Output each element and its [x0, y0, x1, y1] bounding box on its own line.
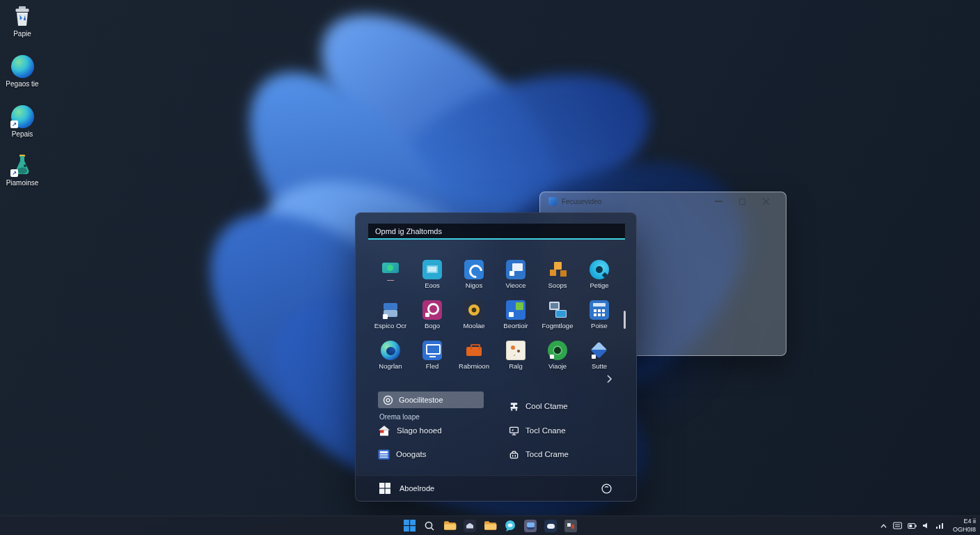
- user-name: Aboelrode: [400, 484, 434, 493]
- app-tile[interactable]: Sutte: [578, 337, 620, 378]
- window-titlebar: Fecuuevideo: [540, 192, 786, 210]
- teal-monitor-icon: [381, 260, 400, 279]
- close-button[interactable]: [754, 193, 777, 210]
- app-tile[interactable]: Fled: [411, 337, 453, 378]
- green-ring-icon: [548, 341, 567, 360]
- system-tray: E4 ii OGH0I8: [880, 516, 976, 535]
- desktop-icon-label: Piamoinse: [6, 179, 39, 187]
- app-tile[interactable]: Moolae: [453, 297, 495, 337]
- game-seat-icon: [509, 401, 519, 412]
- desktop-icon-label: Papie: [13, 30, 31, 38]
- tray-network-button[interactable]: [935, 522, 945, 529]
- edge-swirl-icon: [381, 341, 400, 360]
- window-title: Fecuuevideo: [562, 198, 601, 206]
- blue-table-icon: [378, 449, 390, 460]
- pinned-app-grid: Eoos Nigos Vieoce Soops Petige Espico Oc…: [370, 256, 620, 378]
- dark-app-icon: [464, 520, 476, 532]
- taskbar-search-button[interactable]: [422, 518, 437, 534]
- house-red-icon: [378, 425, 390, 437]
- paper-notes-icon: [506, 341, 525, 360]
- app-tile[interactable]: Viaoje: [537, 337, 578, 378]
- recommended-item[interactable]: Slago hooed: [378, 424, 442, 437]
- app-tile[interactable]: Beortioir: [495, 297, 537, 337]
- desktop-icon-edge-shortcut[interactable]: ↗ Pepais: [0, 104, 45, 138]
- battery-icon: [908, 522, 917, 529]
- clock-date: OGH0I8: [953, 526, 976, 534]
- more-apps-button[interactable]: [603, 373, 615, 385]
- shortcut-arrow-icon: ↗: [10, 169, 18, 177]
- recommended-item[interactable]: Ooogats: [378, 447, 426, 461]
- app-tile[interactable]: Fogmtloge: [537, 297, 578, 337]
- taskbar-chat-button[interactable]: [503, 518, 518, 534]
- desktop-icon-recycle-bin[interactable]: Papie: [0, 4, 45, 38]
- desktop: Papie Pegaos tie ↗ Pepais ↗ Pi: [0, 0, 980, 535]
- recommended-sub-label: Orema loape: [379, 413, 420, 421]
- taskbar-center-icons: [402, 516, 578, 535]
- taskbar-app-dark-button[interactable]: [462, 518, 477, 534]
- cloud-app-icon: [544, 520, 557, 532]
- desktop-icon-label: Pegaos tie: [6, 80, 38, 88]
- recommended-item-selected[interactable]: Goocilitestoe: [378, 391, 484, 408]
- device-stack-icon: [548, 300, 567, 320]
- minimize-button[interactable]: [706, 193, 730, 210]
- signal-bars-icon: [935, 522, 945, 529]
- tray-battery-button[interactable]: [908, 522, 917, 529]
- recommended-item[interactable]: Tocl Cnane: [509, 424, 566, 437]
- clock-time: E4 ii: [953, 518, 976, 525]
- gold-disc-icon: [464, 300, 484, 320]
- folder-icon: [443, 520, 457, 531]
- user-account-button[interactable]: Aboelrode: [379, 483, 434, 494]
- app-tile[interactable]: Espico Ocr: [370, 297, 411, 337]
- app-tile[interactable]: Eoos: [411, 256, 453, 297]
- store-icon: [524, 520, 537, 532]
- app-tile[interactable]: Nigos: [453, 256, 495, 297]
- taskbar-app-gray-button[interactable]: [563, 518, 578, 534]
- taskbar-store-button[interactable]: [523, 518, 538, 534]
- start-button[interactable]: [402, 518, 417, 534]
- maximize-button[interactable]: [730, 193, 754, 210]
- desktop-icon-flask[interactable]: ↗ Piamoinse: [0, 153, 45, 187]
- taskbar-file-explorer-button[interactable]: [442, 518, 457, 534]
- tray-volume-button[interactable]: [922, 522, 930, 529]
- taskbar-app-navy-button[interactable]: [543, 518, 558, 534]
- close-icon: [762, 198, 770, 206]
- taskbar-folder-button[interactable]: [482, 518, 498, 534]
- power-button[interactable]: [601, 483, 612, 495]
- power-icon: [601, 483, 612, 495]
- clock[interactable]: E4 ii OGH0I8: [953, 518, 976, 534]
- tray-chevron-button[interactable]: [880, 523, 887, 529]
- app-tile[interactable]: Nogrlan: [370, 337, 411, 378]
- app-tile[interactable]: Petige: [578, 256, 620, 297]
- recycle-bin-icon: [10, 4, 34, 28]
- shortcut-arrow-icon: ↗: [10, 121, 18, 128]
- edge-browser-icon: [10, 54, 34, 78]
- blue-kite-icon: [590, 341, 609, 360]
- maximize-icon: [739, 199, 745, 205]
- app-tile[interactable]: Bogo: [411, 297, 453, 337]
- recommended-item[interactable]: Cool Ctame: [509, 399, 568, 413]
- blue-photo-icon: [506, 260, 525, 279]
- app-tile[interactable]: Vieoce: [495, 256, 537, 297]
- windows-logo-icon: [379, 483, 390, 494]
- magenta-ring-icon: [422, 300, 442, 320]
- recommended-item[interactable]: Tocd Crame: [509, 447, 569, 461]
- app-tile[interactable]: Ralg: [495, 337, 537, 378]
- tray-keyboard-button[interactable]: [893, 522, 902, 529]
- desktop-icon-edge[interactable]: Pegaos tie: [0, 54, 45, 88]
- cyan-screen-icon: [422, 260, 442, 279]
- app-tile[interactable]: Rabrnioon: [453, 337, 495, 378]
- edge-browser-icon: ↗: [10, 104, 34, 128]
- chat-bubble-icon: [504, 520, 516, 532]
- search-input[interactable]: [368, 224, 625, 240]
- app-tile[interactable]: [370, 256, 411, 297]
- flask-icon: ↗: [10, 153, 34, 177]
- monitor-outline-icon: [509, 426, 519, 436]
- basket-outline-icon: [509, 449, 519, 460]
- grid-scrollbar[interactable]: [624, 311, 626, 329]
- aperture-circle-icon: [383, 395, 393, 405]
- app-tile[interactable]: Poise: [578, 297, 620, 337]
- app-tile[interactable]: Soops: [537, 256, 578, 297]
- folder-icon: [484, 520, 497, 531]
- windows-start-icon: [404, 520, 416, 532]
- speaker-icon: [922, 522, 930, 529]
